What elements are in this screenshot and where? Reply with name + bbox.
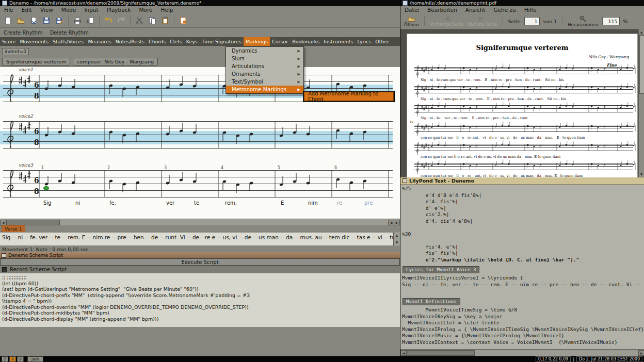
scroll-right-icon[interactable]: ▶ (394, 220, 400, 225)
indent-button[interactable]: indent=0 (2, 48, 29, 55)
scheme-script-titlebar[interactable]: Denemo Scheme Script (0, 252, 400, 258)
menu-item-add-metronome-marking[interactable]: Add Metronome Marking to Chord (304, 92, 394, 101)
staff-system-voice3[interactable]: voice3 123456 Sig ni fe. ver te rem. E n… (0, 162, 400, 211)
pdf-vscrollbar[interactable]: ▲ ▼ (638, 29, 644, 177)
menu-item-slurs[interactable]: Slurs ▶ (226, 55, 303, 62)
command-menu-item[interactable]: Other (373, 37, 391, 46)
record-script-checkbox[interactable] (2, 267, 7, 272)
menu-item-dynamics[interactable]: Dynamics ▶ (226, 47, 303, 55)
command-menu-item[interactable]: Movements (18, 37, 51, 46)
magnifier-plus-icon (579, 15, 586, 22)
copy-button[interactable] (147, 15, 158, 26)
definitions-section-button[interactable]: MvmntI Definitions (403, 298, 460, 305)
import-file-button[interactable] (28, 15, 39, 26)
menubar-item[interactable]: Bearbeiten (423, 6, 461, 13)
open-file-button[interactable] (15, 15, 26, 26)
workspace-button[interactable]: 2 (2, 356, 8, 362)
toolbar-separator (130, 15, 131, 26)
composer-button[interactable]: composer: Nils Gey - Wargsang (73, 58, 158, 65)
taskbar-right: 0,17 0,22 0,09 | Do 2. Jul 21:28:03 CEST… (536, 356, 642, 362)
zoom-in-button[interactable]: Heranzoomen (568, 15, 598, 27)
command-menu-item[interactable]: Time Signatures (200, 37, 244, 46)
command-menu-item[interactable]: Bookmarks (290, 37, 321, 46)
score-canvas[interactable]: voice1 voice2 voice3 123456 Sig ni fe. (0, 67, 400, 219)
score-hscrollbar[interactable]: ◀ ◀ ▶ (0, 219, 400, 225)
pdf-titlebar[interactable]: /home/nils/.denemo/denemoprint.pdf (400, 0, 644, 6)
workspace-button-active[interactable]: 8 (9, 356, 16, 362)
zoom-level-input[interactable]: 115 (602, 17, 620, 25)
menubar-item[interactable]: Datei (400, 6, 423, 13)
lilypond-hscrollbar[interactable]: ◀ ▶ (400, 349, 644, 356)
menu-item-articulations[interactable]: Articulations ▶ (226, 62, 303, 70)
menubar-item[interactable]: More (135, 6, 157, 13)
score-title-button[interactable]: Signiferumque verterem (2, 58, 70, 65)
arrow-left-icon (443, 16, 450, 21)
export-button[interactable] (178, 15, 189, 26)
scroll-thumb[interactable] (639, 35, 644, 94)
command-menu-item[interactable]: Chords (147, 37, 168, 46)
command-menu-item[interactable]: Markings (244, 37, 270, 46)
denemo-titlebar[interactable]: Denemo - /home/nils/wacost-svn/denemo/20… (0, 0, 400, 6)
previous-page-button[interactable]: Vorherige Seite (430, 16, 463, 27)
command-menu-item[interactable]: Notes/Rests (114, 37, 147, 46)
cut-button[interactable] (134, 15, 145, 26)
scroll-down-icon[interactable]: ▼ (639, 172, 644, 177)
menubar-item[interactable]: Playback (103, 6, 135, 13)
scheme-script-editor[interactable]: ;; ;;;;;;;;;;;;(let ((bpm 60))(set! bpm … (0, 273, 400, 327)
print-button[interactable] (72, 15, 83, 26)
menubar-item[interactable]: Input (80, 6, 102, 13)
new-file-button[interactable] (2, 15, 13, 26)
lyrics-section-button[interactable]: Lyrics for MvmntI Voice 3 (403, 266, 479, 273)
command-menu-item[interactable]: Keys (184, 37, 200, 46)
code-line: fis'4. e'%| (402, 244, 644, 251)
command-menu-item[interactable]: Staffs/Voices (51, 37, 86, 46)
menubar-item[interactable]: Help (157, 6, 178, 13)
create-rhythm-button[interactable]: Create Rhythm (4, 30, 43, 36)
verse-text-editor[interactable]: Sig -- ni -- fe. ver -- te -- rem. E -- … (0, 232, 400, 246)
pdf-canvas[interactable]: Signiferumque verterem Nils Gey - Wargsa… (400, 29, 644, 177)
menubar-item[interactable]: Gehe zu (490, 6, 520, 13)
menubar-item[interactable]: Edit (18, 6, 36, 13)
scroll-up-icon[interactable]: ▲ (639, 29, 644, 35)
command-menu-item[interactable]: Cursor (270, 37, 290, 46)
menu-item-label: Articulations (232, 63, 264, 69)
menubar-item[interactable]: Mode (57, 6, 81, 13)
scroll-thumb[interactable] (407, 350, 475, 356)
scroll-right-icon[interactable]: ▶ (638, 350, 644, 356)
import-file-icon (29, 17, 38, 25)
page-number-input[interactable]: 1 (524, 17, 540, 25)
staff-system-voice2[interactable]: voice2 (0, 113, 400, 162)
menu-item-metronome-markings[interactable]: Metronome-Markings ▶ (226, 86, 303, 93)
scroll-left-icon[interactable]: ◀ (400, 350, 407, 356)
menubar-item[interactable]: Ansicht (461, 6, 490, 13)
taskbar-item-jack[interactable]: jack (27, 356, 43, 362)
paste-button[interactable] (159, 15, 171, 26)
print-preview-button[interactable] (85, 15, 96, 26)
verse-vscrollbar[interactable]: ▲▼ (393, 232, 400, 246)
menubar-item[interactable]: File (0, 6, 18, 13)
undo-button[interactable] (103, 15, 114, 26)
command-menu-item[interactable]: Measures (86, 37, 113, 46)
lilypond-text-view[interactable]: %25 e'4 d'8 e'4 fis'8%| e'4. fis'%| d' e… (400, 185, 644, 350)
command-menu-item[interactable]: Lyrics (355, 37, 373, 46)
command-menu-item[interactable]: Clefs (168, 37, 184, 46)
save-file-button[interactable] (41, 15, 52, 26)
delete-rhythm-button[interactable]: Delete Rhythm (50, 30, 89, 36)
save-as-button[interactable] (54, 15, 65, 26)
menu-item-text-symbol[interactable]: Text/Symbol ▶ (226, 78, 303, 86)
redo-button[interactable] (116, 15, 127, 26)
menubar-item[interactable]: Hilfe (520, 6, 541, 13)
workspace-button[interactable]: 9 (17, 356, 24, 362)
command-menu-item[interactable]: Score (0, 37, 18, 46)
execute-script-button[interactable]: Execute Script (0, 258, 400, 266)
menu-item-ornaments[interactable]: Ornaments ▶ (226, 70, 303, 78)
open-button[interactable]: Öffnen (404, 15, 419, 27)
arrow-right-icon (478, 16, 486, 21)
next-page-button[interactable]: Nächste Seite (467, 16, 497, 27)
lilypond-titlebar[interactable]: LilyPond Text - Denemo (400, 177, 644, 185)
pdf-system: con-se-qun-tur me - li - o - re - ant, v… (414, 163, 633, 177)
score-properties-area: indent=0 Signiferumque verterem composer… (0, 46, 400, 68)
command-menu-item[interactable]: Instruments (321, 37, 355, 46)
denemo-app-icon (2, 1, 7, 6)
menubar-item[interactable]: View (36, 6, 57, 13)
